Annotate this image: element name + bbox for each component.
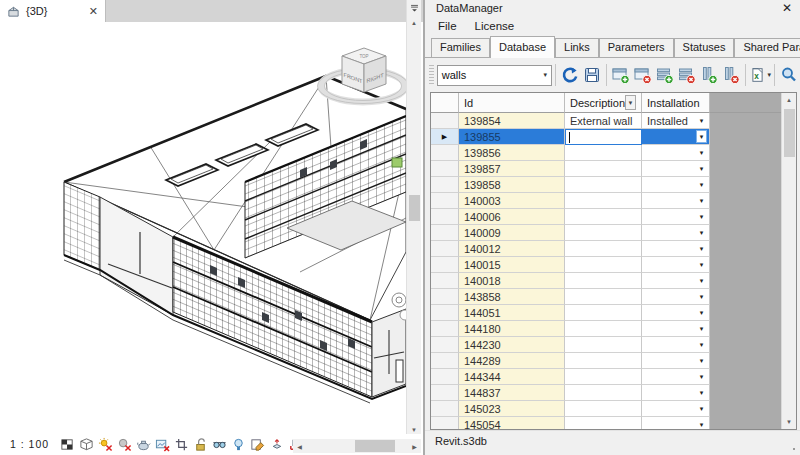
- dropdown-arrow-icon[interactable]: ▾: [696, 405, 707, 413]
- dropdown-arrow-icon[interactable]: ▾: [696, 197, 707, 205]
- delete-row-button[interactable]: [676, 64, 698, 86]
- 3d-model-canvas[interactable]: TOP FRONT RIGHT: [0, 22, 406, 435]
- installation-cell[interactable]: ▾: [642, 193, 710, 209]
- table-row[interactable]: ▶ 144230 ▾: [431, 337, 781, 353]
- view-horizontal-scrollbar[interactable]: ◀ ▶: [293, 439, 421, 453]
- row-selector-cell[interactable]: ▶: [431, 113, 459, 129]
- view-vertical-scrollbar[interactable]: ▲ ▼: [406, 0, 421, 437]
- scroll-thumb[interactable]: [355, 440, 395, 452]
- dropdown-arrow-icon[interactable]: ▾: [696, 293, 707, 301]
- reveal-hidden-elements-icon[interactable]: [229, 435, 247, 453]
- row-selector-cell[interactable]: ▶: [431, 241, 459, 257]
- table-row[interactable]: ▶ 139854 External wall Installed▾: [431, 113, 781, 129]
- table-row[interactable]: ▶ 144837 ▾: [431, 385, 781, 401]
- id-cell[interactable]: 145023: [459, 401, 565, 417]
- installation-cell[interactable]: ▾: [642, 385, 710, 401]
- description-cell[interactable]: [565, 385, 642, 401]
- table-select-dropdown[interactable]: walls ▾: [437, 65, 552, 86]
- description-cell[interactable]: [565, 193, 642, 209]
- installation-cell[interactable]: ▾: [642, 161, 710, 177]
- close-panel-icon[interactable]: ✕: [782, 1, 792, 15]
- description-cell[interactable]: [565, 289, 642, 305]
- row-selector-cell[interactable]: ▶: [431, 305, 459, 321]
- id-cell[interactable]: 144289: [459, 353, 565, 369]
- row-selector-cell[interactable]: ▶: [431, 193, 459, 209]
- tab-shared-parameters[interactable]: Shared Parameters: [734, 38, 800, 57]
- tab-database[interactable]: Database: [490, 36, 555, 58]
- row-selector-cell[interactable]: ▶: [431, 337, 459, 353]
- id-cell[interactable]: 139855: [459, 129, 565, 145]
- preview-button[interactable]: [778, 64, 800, 86]
- row-selector-cell[interactable]: ▶: [431, 129, 459, 145]
- installation-cell[interactable]: ▾: [642, 145, 710, 161]
- table-row[interactable]: ▶ 144180 ▾: [431, 321, 781, 337]
- row-selector-cell[interactable]: ▶: [431, 257, 459, 273]
- row-selector-cell[interactable]: ▶: [431, 401, 459, 417]
- dropdown-arrow-icon[interactable]: ▾: [696, 389, 707, 397]
- resize-grip[interactable]: [789, 444, 797, 452]
- table-row[interactable]: ▶ 144051 ▾: [431, 305, 781, 321]
- id-cell[interactable]: 144051: [459, 305, 565, 321]
- add-row-button[interactable]: [654, 64, 676, 86]
- dropdown-arrow-icon[interactable]: ▾: [696, 149, 707, 157]
- dropdown-arrow-icon[interactable]: ▾: [696, 277, 707, 285]
- description-cell[interactable]: [565, 129, 642, 145]
- id-cell[interactable]: 139857: [459, 161, 565, 177]
- displacement-sets-icon[interactable]: [267, 435, 285, 453]
- tab-statuses[interactable]: Statuses: [674, 38, 735, 57]
- description-cell[interactable]: [565, 177, 642, 193]
- dropdown-arrow-icon[interactable]: ▾: [696, 357, 707, 365]
- scroll-up-icon[interactable]: ▲: [782, 93, 796, 107]
- installation-cell[interactable]: ▾: [642, 257, 710, 273]
- row-selector-cell[interactable]: ▶: [431, 145, 459, 161]
- description-cell[interactable]: [565, 273, 642, 289]
- dropdown-arrow-icon[interactable]: ▾: [696, 213, 707, 221]
- rendering-dialog-icon[interactable]: [134, 435, 152, 453]
- row-selector-cell[interactable]: ▶: [431, 177, 459, 193]
- scroll-up-icon[interactable]: ▲: [407, 16, 421, 30]
- scroll-thumb[interactable]: [409, 195, 420, 221]
- description-cell[interactable]: [565, 369, 642, 385]
- description-cell[interactable]: External wall: [565, 113, 642, 129]
- id-cell[interactable]: 139854: [459, 113, 565, 129]
- delete-table-button[interactable]: [632, 64, 654, 86]
- scale-button[interactable]: 1 : 100: [10, 438, 49, 450]
- tab-parameters[interactable]: Parameters: [599, 38, 674, 57]
- export-button[interactable]: x▾: [749, 64, 771, 86]
- table-row[interactable]: ▶ 140009 ▾: [431, 225, 781, 241]
- scroll-left-icon[interactable]: ◀: [293, 439, 306, 453]
- unlocked-orientation-icon[interactable]: [191, 435, 209, 453]
- id-cell[interactable]: 145054: [459, 417, 565, 429]
- close-view-icon[interactable]: ✕: [89, 5, 98, 18]
- shadows-off-icon[interactable]: [115, 435, 133, 453]
- crop-region-icon[interactable]: [172, 435, 190, 453]
- add-table-button[interactable]: [610, 64, 632, 86]
- table-row[interactable]: ▶ 139857 ▾: [431, 161, 781, 177]
- sun-path-off-icon[interactable]: [96, 435, 114, 453]
- description-cell[interactable]: [565, 417, 642, 429]
- refresh-button[interactable]: [559, 64, 581, 86]
- row-selector-cell[interactable]: ▶: [431, 353, 459, 369]
- scroll-down-icon[interactable]: ▼: [782, 415, 796, 429]
- installation-cell[interactable]: ▾: [642, 273, 710, 289]
- id-cell[interactable]: 140009: [459, 225, 565, 241]
- installation-cell[interactable]: Installed▾: [642, 113, 710, 129]
- tab-links[interactable]: Links: [555, 38, 599, 57]
- add-column-button[interactable]: [698, 64, 720, 86]
- dropdown-arrow-icon[interactable]: ▾: [696, 341, 707, 349]
- row-selector-cell[interactable]: ▶: [431, 385, 459, 401]
- dropdown-arrow-icon[interactable]: ▾: [696, 181, 707, 189]
- table-row[interactable]: ▶ 140012 ▾: [431, 241, 781, 257]
- table-row[interactable]: ▶ 145054 ▾: [431, 417, 781, 429]
- id-cell[interactable]: 144230: [459, 337, 565, 353]
- description-cell[interactable]: [565, 305, 642, 321]
- row-selector-cell[interactable]: ▶: [431, 417, 459, 429]
- installation-cell[interactable]: ▾: [642, 241, 710, 257]
- dropdown-arrow-icon[interactable]: ▾: [696, 130, 707, 143]
- installation-cell[interactable]: ▾: [642, 129, 710, 145]
- description-cell[interactable]: [565, 353, 642, 369]
- grid-vertical-scrollbar[interactable]: ▲ ▼: [781, 93, 796, 429]
- dropdown-arrow-icon[interactable]: ▾: [696, 325, 707, 333]
- tab-list-icon[interactable]: [407, 0, 421, 16]
- row-selector-cell[interactable]: ▶: [431, 209, 459, 225]
